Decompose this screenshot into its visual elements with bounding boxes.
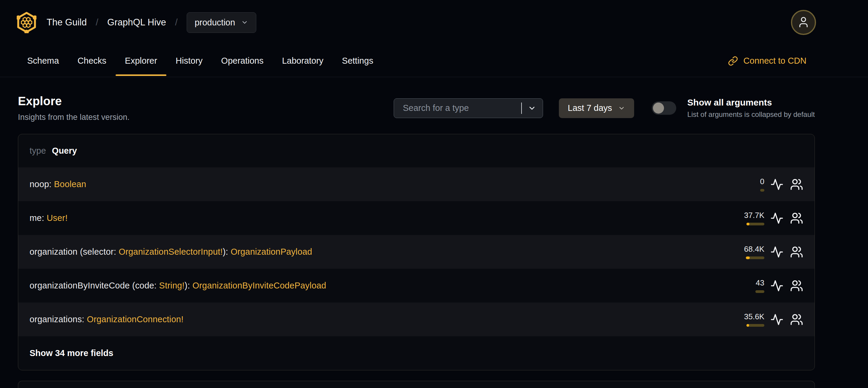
page-root: The Guild / GraphQL Hive / production Sc… <box>0 0 868 388</box>
activity-icon[interactable] <box>770 313 783 326</box>
field-row: noop: Boolean 0 <box>18 168 814 201</box>
breadcrumb-org[interactable]: The Guild <box>46 17 87 28</box>
explore-header: Explore Insights from the latest version… <box>18 94 815 122</box>
usage-bar-fill <box>746 223 749 226</box>
main-content: Explore Insights from the latest version… <box>0 77 868 388</box>
field-row: organizations: OrganizationConnection! 3… <box>18 302 814 336</box>
usage-value: 68.4K <box>744 244 764 254</box>
usage-metric: 35.6K <box>725 312 764 327</box>
type-link[interactable]: OrganizationByInviteCodePayload <box>192 281 326 290</box>
tab-bar: SchemaChecksExplorerHistoryOperationsLab… <box>18 45 383 77</box>
field-signature: organizationByInviteCode (code: String!)… <box>30 281 725 291</box>
usage-value: 43 <box>756 278 764 288</box>
show-more-row: Show 34 more fields <box>18 336 814 370</box>
tab-explorer[interactable]: Explorer <box>116 45 166 77</box>
breadcrumb-project[interactable]: GraphQL Hive <box>107 17 166 28</box>
user-icon <box>797 16 810 29</box>
controls: Search for a type Last 7 days Show <box>394 97 815 119</box>
usage-metric: 0 <box>725 177 764 191</box>
users-icon[interactable] <box>790 279 803 292</box>
usage-bar <box>746 257 764 259</box>
page-title: Explore <box>18 94 130 108</box>
usage-metric: 37.7K <box>725 211 764 226</box>
show-more-button[interactable]: Show 34 more fields <box>30 348 113 358</box>
field-signature: me: User! <box>30 213 725 223</box>
type-card: type Query noop: Boolean 0 me: User! 37.… <box>18 134 815 370</box>
toggle-description: List of arguments is collapsed by defaul… <box>687 110 815 119</box>
target-selector-button[interactable]: production <box>187 12 256 33</box>
search-placeholder: Search for a type <box>403 103 469 113</box>
type-search-combobox[interactable]: Search for a type <box>394 98 543 118</box>
breadcrumb-separator: / <box>175 17 178 28</box>
type-link[interactable]: OrganizationSelectorInput! <box>119 247 223 257</box>
toggle-text-block: Show all arguments List of arguments is … <box>687 97 815 119</box>
type-link[interactable]: OrganizationConnection! <box>87 315 184 324</box>
connect-cdn-link[interactable]: Connect to CDN <box>728 45 806 77</box>
tab-checks[interactable]: Checks <box>68 45 116 77</box>
field-text: ): <box>185 281 192 290</box>
target-selector-value: production <box>195 18 235 28</box>
activity-icon[interactable] <box>770 212 783 225</box>
usage-bar <box>760 189 764 191</box>
tab-laboratory[interactable]: Laboratory <box>273 45 333 77</box>
show-arguments-toggle[interactable] <box>652 101 676 115</box>
tab-settings[interactable]: Settings <box>333 45 383 77</box>
type-link[interactable]: OrganizationPayload <box>230 247 312 257</box>
type-link[interactable]: Boolean <box>54 179 86 189</box>
field-row: organizationByInviteCode (code: String!)… <box>18 269 814 302</box>
users-icon[interactable] <box>790 178 803 191</box>
toggle-knob <box>653 102 664 114</box>
field-signature: organizations: OrganizationConnection! <box>30 315 725 324</box>
usage-metric: 68.4K <box>725 244 764 259</box>
tab-history[interactable]: History <box>166 45 212 77</box>
usage-metric: 43 <box>725 278 764 293</box>
field-text: noop: <box>30 179 54 189</box>
type-link[interactable]: User! <box>46 213 67 223</box>
field-row: me: User! 37.7K <box>18 201 814 235</box>
users-icon[interactable] <box>790 245 803 259</box>
users-icon[interactable] <box>790 212 803 225</box>
chevron-down-icon[interactable] <box>528 104 536 112</box>
type-card-header: type Query <box>18 134 814 168</box>
usage-bar-fill <box>746 257 750 259</box>
tab-operations[interactable]: Operations <box>212 45 273 77</box>
page-subtitle: Insights from the latest version. <box>18 113 130 122</box>
combobox-divider <box>521 102 522 114</box>
period-dropdown-button[interactable]: Last 7 days <box>559 98 634 118</box>
activity-icon[interactable] <box>770 245 783 259</box>
field-text: ): <box>223 247 230 257</box>
link-icon <box>728 56 738 66</box>
usage-bar-fill <box>746 324 749 327</box>
tab-schema[interactable]: Schema <box>18 45 68 77</box>
usage-bar <box>746 324 764 327</box>
usage-value: 37.7K <box>744 211 764 220</box>
activity-icon[interactable] <box>770 178 783 191</box>
type-link[interactable]: String! <box>159 281 185 290</box>
field-text: organizations: <box>30 315 87 324</box>
type-kind-label: type <box>30 146 46 156</box>
tab-row: SchemaChecksExplorerHistoryOperationsLab… <box>0 45 868 77</box>
chevron-down-icon <box>618 105 625 112</box>
chevron-down-icon <box>241 19 248 26</box>
activity-icon[interactable] <box>770 279 783 292</box>
usage-bar <box>746 223 764 226</box>
title-block: Explore Insights from the latest version… <box>18 94 130 122</box>
period-label: Last 7 days <box>568 103 612 113</box>
breadcrumb: The Guild / GraphQL Hive / production <box>46 12 256 33</box>
hive-logo-icon[interactable] <box>17 12 36 33</box>
field-signature: noop: Boolean <box>30 179 725 189</box>
field-text: me: <box>30 213 46 223</box>
field-text: organizationByInviteCode (code: <box>30 281 159 290</box>
usage-value: 35.6K <box>744 312 764 321</box>
usage-value: 0 <box>760 177 764 186</box>
toggle-label: Show all arguments <box>687 97 815 108</box>
type-card-body: noop: Boolean 0 me: User! 37.7K organiza <box>18 168 814 370</box>
top-nav: The Guild / GraphQL Hive / production <box>0 0 868 45</box>
next-type-card-stub <box>18 381 815 388</box>
avatar[interactable] <box>791 10 816 35</box>
type-name: Query <box>52 146 77 156</box>
breadcrumb-separator: / <box>96 17 98 28</box>
users-icon[interactable] <box>790 313 803 326</box>
connect-cdn-label: Connect to CDN <box>743 56 806 66</box>
usage-bar <box>755 290 764 293</box>
